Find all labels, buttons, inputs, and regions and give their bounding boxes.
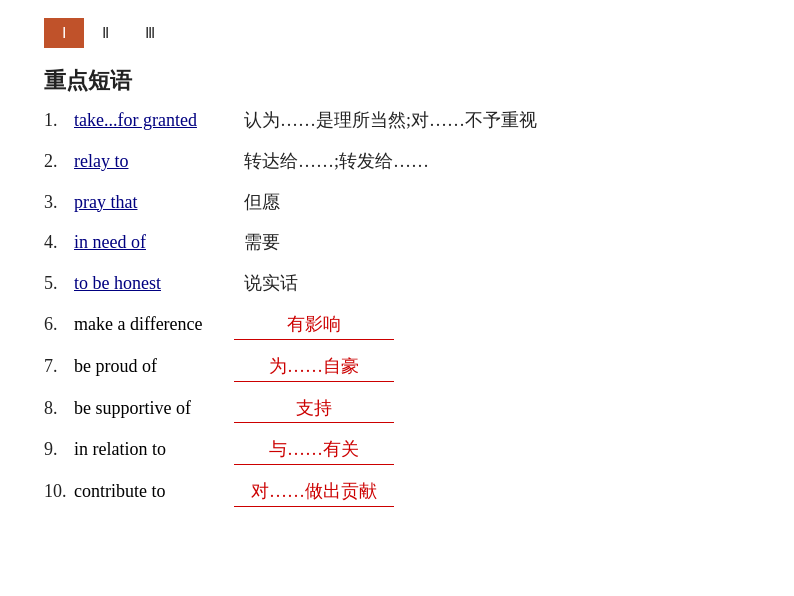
phrase-row-1: 1. take...for granted 认为……是理所当然;对……不予重视 [44,106,750,135]
phrase-cn-1: 认为……是理所当然;对……不予重视 [244,106,537,135]
tab-bar: Ⅰ Ⅱ Ⅲ [0,0,794,48]
phrase-cn-5: 说实话 [244,269,298,298]
phrase-en-plain-10: contribute to [74,477,234,506]
phrase-num-2: 2. [44,147,74,176]
phrase-cn-2: 转达给……;转发给…… [244,147,429,176]
phrase-cn-3: 但愿 [244,188,280,217]
phrase-num-1: 1. [44,106,74,135]
phrase-num-10: 10. [44,477,74,506]
phrase-num-5: 5. [44,269,74,298]
phrase-cn-4: 需要 [244,228,280,257]
tab-2[interactable]: Ⅱ [84,18,127,48]
phrase-row-7: 7. be proud of 为……自豪 [44,352,750,382]
phrase-list: 1. take...for granted 认为……是理所当然;对……不予重视 … [0,106,794,507]
phrase-num-6: 6. [44,310,74,339]
phrase-row-8: 8. be supportive of 支持 [44,394,750,424]
phrase-answer-7: 为……自豪 [234,352,394,382]
phrase-num-7: 7. [44,352,74,381]
phrase-row-6: 6. make a difference 有影响 [44,310,750,340]
phrase-en-1: take...for granted [74,106,234,135]
phrase-answer-6: 有影响 [234,310,394,340]
phrase-answer-8: 支持 [234,394,394,424]
phrase-row-3: 3. pray that 但愿 [44,188,750,217]
phrase-en-3: pray that [74,188,234,217]
phrase-row-5: 5. to be honest 说实话 [44,269,750,298]
phrase-row-2: 2. relay to 转达给……;转发给…… [44,147,750,176]
phrase-en-plain-8: be supportive of [74,394,234,423]
tab-3[interactable]: Ⅲ [127,18,173,48]
section-title: 重点短语 [0,48,794,106]
phrase-row-9: 9. in relation to 与……有关 [44,435,750,465]
phrase-row-10: 10. contribute to 对……做出贡献 [44,477,750,507]
phrase-num-8: 8. [44,394,74,423]
phrase-en-4: in need of [74,228,234,257]
phrase-answer-10: 对……做出贡献 [234,477,394,507]
phrase-en-2: relay to [74,147,234,176]
phrase-num-9: 9. [44,435,74,464]
phrase-en-plain-7: be proud of [74,352,234,381]
tab-1[interactable]: Ⅰ [44,18,84,48]
phrase-answer-9: 与……有关 [234,435,394,465]
phrase-en-plain-9: in relation to [74,435,234,464]
phrase-num-4: 4. [44,228,74,257]
phrase-en-5: to be honest [74,269,234,298]
phrase-en-plain-6: make a difference [74,310,234,339]
phrase-num-3: 3. [44,188,74,217]
phrase-row-4: 4. in need of 需要 [44,228,750,257]
